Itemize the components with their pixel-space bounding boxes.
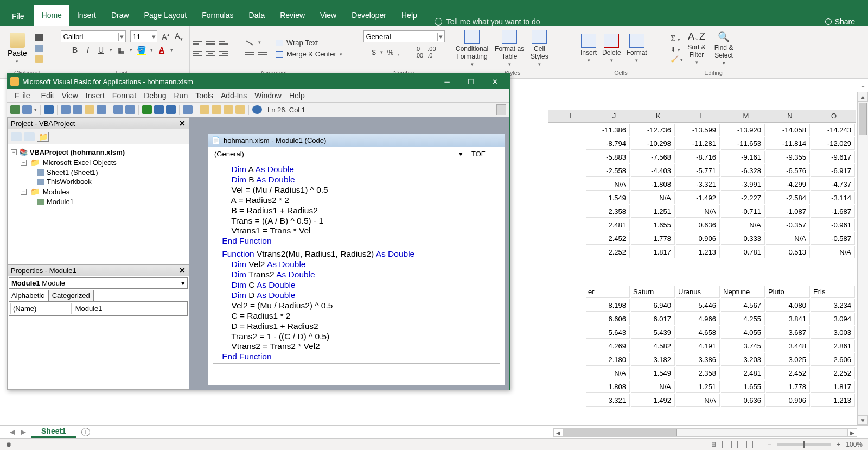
horizontal-scrollbar[interactable]: ◀▶ — [553, 427, 857, 438]
zoom-level[interactable]: 100% — [846, 441, 863, 448]
accounting-button[interactable]: $ — [372, 48, 375, 56]
orientation-button[interactable] — [245, 40, 254, 46]
menu-window[interactable]: Window — [251, 90, 285, 101]
increase-indent-button[interactable] — [258, 50, 267, 57]
maximize-button[interactable]: ☐ — [459, 75, 482, 87]
menu-addins[interactable]: Add-Ins — [218, 90, 250, 101]
font-size-combo[interactable]: ▾ — [130, 30, 157, 42]
fill-color-button[interactable]: 🪣 — [137, 46, 146, 54]
align-center-button[interactable] — [206, 50, 215, 57]
close-project-pane[interactable]: ✕ — [179, 119, 186, 128]
font-name-combo[interactable]: ▾ — [61, 30, 126, 42]
cut-button[interactable] — [35, 34, 43, 41]
copy-button[interactable] — [35, 45, 43, 52]
wrap-text-button[interactable]: Wrap Text — [276, 39, 342, 47]
tell-me-input[interactable]: Tell me what you want to do — [446, 17, 540, 26]
decrease-decimal-button[interactable]: .00.0 — [427, 46, 436, 59]
design-mode-button[interactable] — [183, 105, 193, 114]
autosum-button[interactable]: Σ ▾ — [671, 34, 683, 43]
fill-button[interactable]: ⬇ ▾ — [671, 46, 683, 53]
display-settings-button[interactable]: 🖥 — [710, 441, 717, 448]
align-left-button[interactable] — [193, 50, 202, 57]
decrease-indent-button[interactable] — [245, 50, 254, 57]
code-proc-combo[interactable]: TOF — [469, 149, 501, 159]
object-browser-button[interactable] — [224, 105, 233, 114]
run-button[interactable] — [142, 105, 152, 114]
new-sheet-button[interactable]: + — [81, 428, 90, 436]
record-macro-button[interactable]: ⏺ — [5, 441, 12, 448]
code-editor[interactable]: Dim A As Double Dim B As Double Vel = (M… — [208, 161, 505, 385]
toggle-folders-button[interactable] — [37, 132, 49, 142]
sort-filter-button[interactable]: A↓ZSort & Filter▾ — [685, 30, 707, 67]
align-top-button[interactable] — [193, 40, 202, 46]
break-button[interactable] — [154, 105, 164, 114]
help-tb-button[interactable] — [252, 105, 262, 114]
vba-titlebar[interactable]: Microsoft Visual Basic for Applications … — [7, 74, 509, 89]
page-layout-view-button[interactable] — [737, 441, 747, 448]
copy-tb-button[interactable] — [73, 105, 82, 114]
menu-help[interactable]: Help — [286, 90, 308, 101]
paste-tb-button[interactable] — [85, 105, 94, 114]
properties-object-combo[interactable]: Module1 Module▾ — [9, 277, 188, 289]
tab-data[interactable]: Data — [241, 5, 273, 26]
menu-view[interactable]: View — [59, 90, 81, 101]
percent-button[interactable]: % — [387, 48, 394, 56]
redo-tb-button[interactable] — [125, 105, 135, 114]
props-tab-categorized[interactable]: Categorized — [48, 290, 94, 301]
menu-insert[interactable]: Insert — [82, 90, 108, 101]
number-format-combo[interactable]: ▾ — [363, 30, 445, 42]
menu-debug[interactable]: Debug — [141, 90, 169, 101]
tab-home[interactable]: Home — [34, 5, 69, 26]
tab-file[interactable]: File — [2, 7, 34, 26]
page-break-view-button[interactable] — [752, 441, 762, 448]
toolbox-button[interactable] — [235, 105, 245, 114]
align-bottom-button[interactable] — [219, 40, 228, 46]
clear-button[interactable]: 🧹 ▾ — [671, 55, 683, 63]
conditional-formatting-button[interactable]: Conditional Formatting▾ — [454, 29, 490, 68]
italic-button[interactable]: I — [84, 46, 92, 54]
close-properties-pane[interactable]: ✕ — [179, 266, 186, 275]
props-tab-alphabetic[interactable]: Alphabetic — [8, 290, 48, 301]
borders-button[interactable]: ▦ — [117, 46, 125, 54]
code-object-combo[interactable]: (General)▾ — [212, 149, 465, 159]
menu-file[interactable]: File — [11, 90, 37, 101]
tab-insert[interactable]: Insert — [69, 5, 104, 26]
tab-help[interactable]: Help — [394, 5, 425, 26]
cut-tb-button[interactable] — [61, 105, 71, 114]
share-button[interactable]: Share — [825, 17, 866, 26]
insert-cells-button[interactable]: Insert▾ — [578, 33, 599, 64]
zoom-out-button[interactable]: − — [768, 441, 771, 448]
save-button[interactable] — [44, 105, 54, 114]
format-as-table-button[interactable]: Format as Table▾ — [493, 29, 526, 68]
underline-button[interactable]: U — [97, 46, 105, 54]
spreadsheet-grid[interactable]: -11.386-12.736-13.599-13.920-14.058-14.2… — [585, 123, 856, 408]
paste-button[interactable]: Paste ▾ — [3, 30, 31, 66]
menu-run[interactable]: Run — [170, 90, 191, 101]
increase-font-button[interactable]: A▴ — [162, 32, 170, 41]
menu-edit[interactable]: Edit — [38, 90, 58, 101]
view-excel-button[interactable] — [10, 105, 20, 114]
comma-button[interactable]: , — [398, 48, 400, 56]
tab-review[interactable]: Review — [272, 5, 312, 26]
merge-center-button[interactable]: Merge & Center ▾ — [276, 50, 342, 58]
toolbar-scroll[interactable] — [496, 104, 506, 115]
decrease-font-button[interactable]: A▾ — [175, 31, 183, 42]
menu-format[interactable]: Format — [109, 90, 139, 101]
sheet-tab[interactable]: Sheet1 — [31, 426, 76, 438]
tab-view[interactable]: View — [312, 5, 344, 26]
increase-decimal-button[interactable]: .0.00 — [415, 46, 423, 59]
tab-nav-next[interactable]: ▶ — [21, 428, 26, 436]
view-object-button[interactable] — [24, 132, 35, 141]
prop-value-cell[interactable]: Module1 — [73, 303, 186, 314]
cell-styles-button[interactable]: Cell Styles▾ — [528, 29, 551, 68]
zoom-slider[interactable] — [777, 443, 831, 446]
tab-draw[interactable]: Draw — [104, 5, 137, 26]
tab-nav-prev[interactable]: ◀ — [10, 428, 15, 436]
tab-formulas[interactable]: Formulas — [194, 5, 241, 26]
collapse-ribbon-button[interactable]: ⌄ — [860, 81, 866, 89]
tab-developer[interactable]: Developer — [344, 5, 394, 26]
view-code-button[interactable] — [11, 132, 22, 141]
bold-button[interactable]: B — [71, 46, 79, 54]
project-explorer-button[interactable] — [200, 105, 209, 114]
normal-view-button[interactable] — [722, 441, 732, 448]
